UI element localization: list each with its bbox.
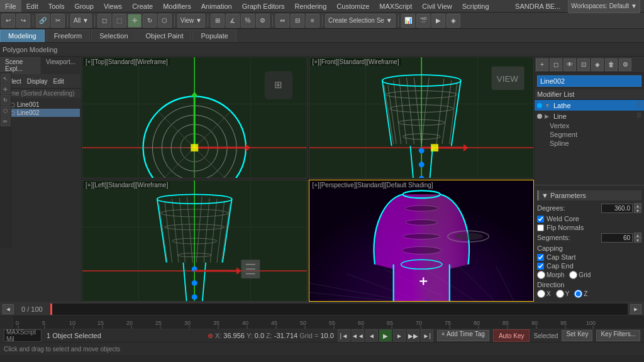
morph-radio[interactable]: Morph bbox=[537, 271, 564, 279]
percent-snap-btn[interactable]: % bbox=[241, 14, 255, 28]
view-dropdown[interactable]: View ▼ bbox=[177, 14, 205, 28]
dir-z-radio[interactable]: Z bbox=[574, 290, 587, 298]
anim-start-btn[interactable]: |◄ bbox=[338, 329, 350, 342]
lt-transform-btn[interactable]: ✛ bbox=[1, 84, 11, 94]
viewport-top[interactable]: [+][Top][Standard][Wireframe] bbox=[82, 57, 308, 178]
menu-modifiers[interactable]: Modifiers bbox=[158, 0, 196, 12]
mirror-btn[interactable]: ⇔ bbox=[275, 14, 289, 28]
redo-btn[interactable]: ↪ bbox=[16, 14, 30, 28]
menu-scripting[interactable]: Scripting bbox=[457, 0, 494, 12]
autokey-btn[interactable]: Auto Key bbox=[493, 329, 530, 342]
menu-rendering[interactable]: Rendering bbox=[290, 0, 332, 12]
align-btn[interactable]: ⊟ bbox=[291, 14, 304, 28]
segments-spinner[interactable]: ▲ ▼ bbox=[634, 233, 641, 243]
cap-end-checkbox[interactable] bbox=[537, 263, 544, 270]
flp-normals-checkbox[interactable] bbox=[537, 224, 544, 231]
select-link-btn[interactable]: 🔗 bbox=[36, 14, 50, 28]
rp-btn-2[interactable]: ◻ bbox=[550, 58, 562, 71]
degrees-input[interactable] bbox=[601, 204, 633, 213]
tl-expand-btn[interactable]: ◄ bbox=[3, 304, 14, 314]
render-setup-btn[interactable]: 🎬 bbox=[416, 14, 430, 28]
menu-customize[interactable]: Customize bbox=[331, 0, 374, 12]
anim-next-frame-btn[interactable]: ► bbox=[393, 329, 406, 342]
tab-modeling[interactable]: Modeling bbox=[0, 30, 45, 42]
snap-settings-btn[interactable]: ⚙ bbox=[256, 14, 270, 28]
rp-btn-1[interactable]: + bbox=[536, 58, 548, 71]
create-selection-dropdown[interactable]: Create Selection Se ▼ bbox=[325, 14, 396, 28]
menu-views[interactable]: Views bbox=[99, 0, 127, 12]
dir-x-radio[interactable]: X bbox=[537, 290, 551, 298]
workspace-btn[interactable]: Workspaces: Default ▼ bbox=[568, 0, 640, 13]
undo-btn[interactable]: ↩ bbox=[1, 14, 15, 28]
select-mode-dropdown[interactable]: All ▼ bbox=[70, 14, 92, 28]
menu-file[interactable]: File bbox=[0, 0, 21, 12]
tab-selection[interactable]: Selection bbox=[91, 30, 136, 42]
scene-expl-tab[interactable]: Scene Expl... bbox=[0, 57, 41, 74]
dir-y-radio[interactable]: Y bbox=[556, 290, 570, 298]
snap-toggle-btn[interactable]: ⊞ bbox=[211, 14, 225, 28]
scene-edit-btn[interactable]: Edit bbox=[51, 78, 67, 85]
cap-start-checkbox[interactable] bbox=[537, 254, 544, 261]
tab-populate[interactable]: Populate bbox=[192, 30, 236, 42]
script-mini[interactable]: MAXScript Mil bbox=[4, 329, 42, 342]
set-key-btn[interactable]: Set Key bbox=[562, 330, 592, 341]
graph-btn[interactable]: 📊 bbox=[401, 14, 415, 28]
segments-down[interactable]: ▼ bbox=[634, 238, 641, 243]
rp-btn-trash[interactable]: 🗑 bbox=[605, 58, 618, 71]
grid-radio[interactable]: Grid bbox=[569, 271, 591, 279]
menu-graph-editors[interactable]: Graph Editors bbox=[237, 0, 290, 12]
scene-item-line002[interactable]: 👁 ⬡ Line002 bbox=[1, 109, 80, 117]
key-filters-btn[interactable]: Key Filters... bbox=[596, 330, 640, 341]
viewport-tab[interactable]: Viewport... bbox=[41, 57, 81, 74]
menu-edit[interactable]: Edit bbox=[21, 0, 43, 12]
scene-display-btn[interactable]: Display bbox=[25, 78, 50, 85]
lt-rotate-btn[interactable]: ↻ bbox=[1, 95, 11, 105]
tl-right-btn[interactable]: ► bbox=[630, 304, 641, 314]
object-name-input[interactable] bbox=[537, 75, 641, 87]
rp-btn-3[interactable]: 👁 bbox=[564, 58, 576, 71]
anim-play-btn[interactable]: ▶ bbox=[379, 329, 392, 342]
degrees-up[interactable]: ▲ bbox=[634, 203, 641, 208]
select-move-btn[interactable]: ✛ bbox=[128, 14, 142, 28]
rotate-btn[interactable]: ↻ bbox=[143, 14, 157, 28]
select-btn[interactable]: ◻ bbox=[97, 14, 111, 28]
rp-btn-4[interactable]: ⊡ bbox=[577, 58, 590, 71]
lt-select-btn[interactable]: ↖ bbox=[1, 74, 11, 84]
viewport-left[interactable]: [+][Left][Standard][Wireframe] bbox=[82, 180, 308, 302]
modifier-lathe[interactable]: ▼ Lathe ⠿ bbox=[535, 100, 644, 111]
weld-core-checkbox[interactable] bbox=[537, 216, 544, 222]
menu-animation[interactable]: Animation bbox=[196, 0, 237, 12]
rp-btn-5[interactable]: ◈ bbox=[591, 58, 604, 71]
material-editor-btn[interactable]: ◈ bbox=[447, 14, 460, 28]
tab-freeform[interactable]: Freeform bbox=[46, 30, 91, 42]
anim-next-btn[interactable]: ▶▶ bbox=[407, 329, 419, 342]
rp-btn-settings[interactable]: ⚙ bbox=[619, 58, 631, 71]
menu-maxscript[interactable]: MAXScript bbox=[374, 0, 417, 12]
menu-group[interactable]: Group bbox=[69, 0, 99, 12]
modifier-vertex[interactable]: Vertex bbox=[535, 121, 644, 130]
menu-tools[interactable]: Tools bbox=[43, 0, 70, 12]
lt-scale-btn[interactable]: ⬡ bbox=[1, 106, 11, 116]
angle-snap-btn[interactable]: ∡ bbox=[226, 14, 240, 28]
user-name[interactable]: SANDRA BE... bbox=[510, 3, 565, 10]
modifier-segment[interactable]: Segment bbox=[535, 130, 644, 139]
viewport-perspective[interactable]: [+][Perspective][Standard][Default Shadi… bbox=[309, 180, 535, 302]
modifier-spline[interactable]: Spline bbox=[535, 139, 644, 148]
ruler-track[interactable]: 0 5 10 15 20 25 30 35 40 bbox=[13, 316, 644, 329]
anim-prev-btn[interactable]: ◄◄ bbox=[352, 329, 364, 342]
anim-end-btn[interactable]: ►| bbox=[421, 329, 433, 342]
tab-object-paint[interactable]: Object Paint bbox=[138, 30, 192, 42]
layer-btn[interactable]: ≡ bbox=[306, 14, 319, 28]
add-time-tag-btn[interactable]: + Add Time Tag bbox=[437, 330, 489, 341]
degrees-down[interactable]: ▼ bbox=[634, 208, 641, 213]
menu-create[interactable]: Create bbox=[127, 0, 158, 12]
scale-btn[interactable]: ⬡ bbox=[158, 14, 172, 28]
modifier-line[interactable]: ▶ Line ⠿ bbox=[535, 111, 644, 121]
scene-item-line001[interactable]: 👁 ⬡ Line001 bbox=[1, 101, 80, 109]
render-btn[interactable]: ▶ bbox=[431, 14, 445, 28]
break-link-btn[interactable]: ✂ bbox=[51, 14, 65, 28]
segments-input[interactable] bbox=[601, 233, 633, 243]
tl-playhead[interactable] bbox=[50, 304, 52, 315]
menu-civil-view[interactable]: Civil View bbox=[417, 0, 457, 12]
select-region-btn[interactable]: ⬚ bbox=[113, 14, 126, 28]
